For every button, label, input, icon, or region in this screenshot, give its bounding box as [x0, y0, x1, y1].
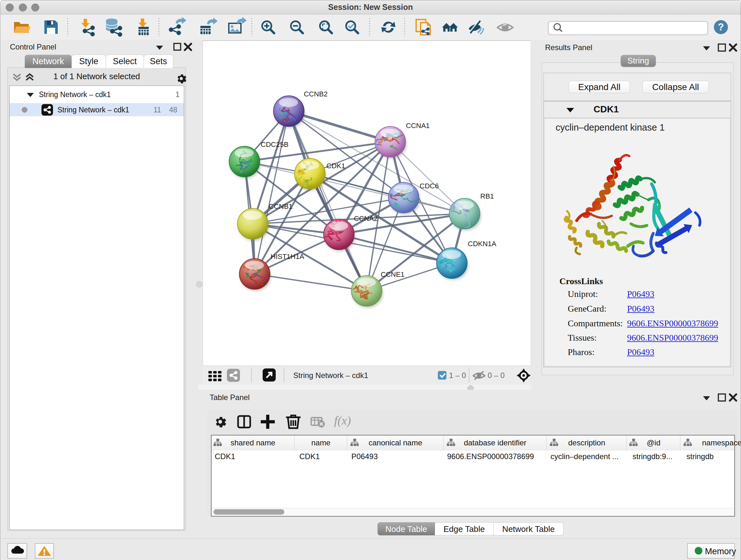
svg-text:CCNA2: CCNA2 — [354, 214, 378, 223]
svg-text:HIST1H1A: HIST1H1A — [271, 253, 304, 260]
svg-text:CCNB1: CCNB1 — [269, 202, 293, 210]
svg-text:RB1: RB1 — [480, 192, 494, 200]
svg-text:CCNE1: CCNE1 — [381, 270, 405, 278]
svg-text:CDKN1A: CDKN1A — [468, 240, 496, 248]
svg-text:CDC6: CDC6 — [420, 182, 439, 190]
svg-text:CCNB2: CCNB2 — [304, 90, 328, 98]
svg-text:CCNA1: CCNA1 — [406, 122, 430, 130]
svg-text:CDK1: CDK1 — [327, 162, 345, 170]
svg-text:CDC25B: CDC25B — [261, 140, 288, 148]
